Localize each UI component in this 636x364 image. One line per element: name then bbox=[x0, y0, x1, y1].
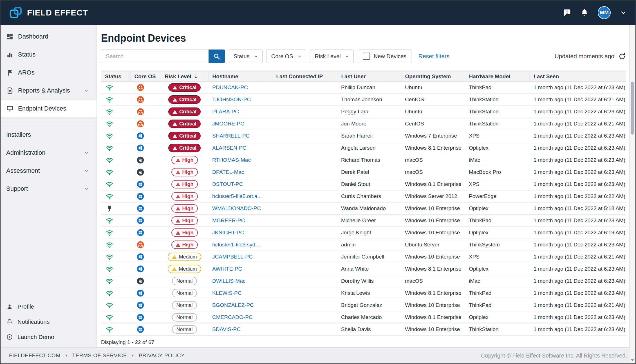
last-connected-ip-cell bbox=[272, 82, 337, 94]
sidebar-item-status[interactable]: Status bbox=[1, 46, 97, 64]
footer-link-terms-of-service[interactable]: TERMS OF SERVICE bbox=[72, 352, 127, 359]
wifi-status-icon bbox=[106, 108, 128, 116]
hostname-link[interactable]: BGONZALEZ-PC bbox=[212, 302, 254, 308]
risk-badge-critical: Critical bbox=[168, 83, 201, 92]
sidebar-secondary-nav: InstallersAdministrationAssessmentSuppor… bbox=[1, 126, 97, 198]
footer-link-fieldeffect-com[interactable]: FIELDEFFECT.COM bbox=[9, 352, 61, 359]
hostname-link[interactable]: hcluster1-file3.syd.... bbox=[212, 242, 261, 248]
hostname-link[interactable]: SDAVIS-PC bbox=[212, 326, 241, 332]
filter-dropdown-core-os[interactable]: Core OS bbox=[267, 50, 306, 63]
risk-badge-normal: Normal bbox=[172, 277, 197, 285]
column-header-hostname[interactable]: Hostname bbox=[208, 71, 272, 82]
hostname-link[interactable]: KLEWIS-PC bbox=[212, 290, 242, 296]
last-connected-ip-cell bbox=[272, 251, 337, 263]
hostname-link[interactable]: SHARRELL-PC bbox=[212, 133, 250, 139]
sidebar-item-notifications[interactable]: Notifications bbox=[1, 314, 97, 329]
hostname-link[interactable]: MGREER-PC bbox=[212, 217, 245, 223]
last-seen-cell: 1 month ago (11 Dec 2022 at 6:19 AM) bbox=[530, 227, 626, 239]
footer-link-privacy-policy[interactable]: PRIVACY POLICY bbox=[139, 352, 185, 359]
brand[interactable]: FIELD EFFECT bbox=[9, 6, 88, 20]
os-windows-icon bbox=[136, 217, 158, 224]
filter-dropdown-status[interactable]: Status bbox=[229, 50, 263, 63]
filter-dropdown-risk-level[interactable]: Risk Level bbox=[310, 50, 354, 63]
scrollbar-thumb[interactable] bbox=[631, 82, 634, 134]
column-header-hardware-model[interactable]: Hardware Model bbox=[465, 71, 530, 82]
hostname-link[interactable]: JCAMPBELL-PC bbox=[212, 254, 253, 260]
hostname-link[interactable]: PLARA-PC bbox=[212, 109, 239, 114]
sidebar-item-launch-demo[interactable]: Launch Demo bbox=[1, 329, 97, 345]
last-user-cell: Wanda Maldonado bbox=[337, 203, 401, 215]
last-user-cell: Krista Lewis bbox=[337, 287, 401, 299]
os-windows-icon bbox=[136, 265, 158, 273]
column-header-operating-system[interactable]: Operating System bbox=[401, 71, 465, 82]
sidebar-item-reports-analysis[interactable]: Reports & Analysis bbox=[1, 82, 97, 100]
sort-desc-icon bbox=[193, 74, 198, 79]
avatar[interactable]: MM bbox=[598, 6, 611, 19]
hardware-model-cell: XPS bbox=[465, 251, 530, 263]
chevron-down-icon bbox=[84, 88, 89, 93]
column-header-last-seen[interactable]: Last Seen bbox=[530, 71, 626, 82]
chevron-down-icon[interactable] bbox=[620, 9, 627, 16]
search-input[interactable] bbox=[101, 50, 209, 63]
scrollbar[interactable] bbox=[629, 25, 635, 363]
sidebar-item-label: Assessment bbox=[6, 167, 79, 174]
reset-filters-link[interactable]: Reset filters bbox=[418, 53, 449, 60]
last-connected-ip-cell bbox=[272, 190, 337, 203]
operating-system-cell: Windows 10 Enterprise bbox=[401, 227, 465, 239]
sidebar-item-administration[interactable]: Administration bbox=[1, 144, 97, 162]
search-button[interactable] bbox=[209, 50, 225, 63]
hostname-link[interactable]: JMOORE-PC bbox=[212, 121, 244, 127]
table-row: NormalKLEWIS-PCKrista LewisWindows 8.1 E… bbox=[101, 287, 626, 299]
column-header-status[interactable]: Status bbox=[101, 71, 130, 82]
column-header-last-connected-ip[interactable]: Last Connected IP bbox=[272, 71, 337, 82]
main-content: Endpoint Devices StatusCore OSRisk Level… bbox=[97, 25, 635, 347]
last-user-cell: Dorothy Willis bbox=[337, 275, 401, 287]
sidebar-item-endpoint-devices[interactable]: Endpoint Devices bbox=[1, 100, 97, 118]
hardware-model-cell: Optiplex bbox=[465, 227, 530, 239]
last-seen-cell: 1 month ago (11 Dec 2022 at 6:23 AM) bbox=[530, 154, 626, 166]
hostname-link[interactable]: DWILLIS-Mac bbox=[212, 278, 245, 284]
last-connected-ip-cell bbox=[272, 118, 337, 130]
sidebar-item-support[interactable]: Support bbox=[1, 180, 97, 198]
alert-bubble-icon[interactable] bbox=[563, 8, 571, 17]
hardware-model-cell: ThinkPad bbox=[465, 82, 530, 94]
new-devices-checkbox[interactable] bbox=[363, 53, 370, 60]
operating-system-cell: Windows 8.1 Enterprise bbox=[401, 311, 465, 323]
os-windows-icon bbox=[136, 325, 158, 333]
column-header-last-user[interactable]: Last User bbox=[337, 71, 401, 82]
hostname-link[interactable]: AWHITE-PC bbox=[212, 266, 242, 272]
hostname-link[interactable]: JKNIGHT-PC bbox=[212, 230, 244, 235]
hostname-link[interactable]: RTHOMAS-Mac bbox=[212, 157, 251, 163]
risk-badge-critical: Critical bbox=[168, 107, 201, 116]
hostname-link[interactable]: WMALDONADO-PC bbox=[212, 205, 261, 211]
table-row: HighDSTOUT-PCDaniel StoutWindows 8.1 Ent… bbox=[101, 178, 626, 190]
column-header-core-os[interactable]: Core OS bbox=[130, 71, 161, 82]
hostname-link[interactable]: TJOHNSON-PC bbox=[212, 96, 251, 102]
sidebar-item-aros[interactable]: AROs bbox=[1, 64, 97, 82]
hostname-link[interactable]: DSTOUT-PC bbox=[212, 181, 243, 187]
scrollbar-arrow-down-icon[interactable] bbox=[631, 359, 634, 361]
last-connected-ip-cell bbox=[272, 106, 337, 118]
sidebar-item-dashboard[interactable]: Dashboard bbox=[1, 28, 97, 46]
operating-system-cell: Windows 8.1 Enterprise bbox=[401, 142, 465, 154]
hostname-link[interactable]: PDUNCAN-PC bbox=[212, 84, 248, 90]
dropdown-label: Risk Level bbox=[315, 53, 341, 60]
column-header-risk-level[interactable]: Risk Level bbox=[161, 71, 208, 82]
last-user-cell: Jorge Knight bbox=[337, 227, 401, 239]
last-connected-ip-cell bbox=[272, 203, 337, 215]
search-icon bbox=[213, 53, 220, 60]
hostname-link[interactable]: DPATEL-Mac bbox=[212, 169, 244, 175]
sidebar-item-profile[interactable]: Profile bbox=[1, 299, 97, 314]
new-devices-filter[interactable]: New Devices bbox=[358, 50, 412, 63]
sidebar-item-label: Notifications bbox=[17, 318, 89, 325]
bell-icon[interactable] bbox=[580, 8, 589, 17]
refresh-icon[interactable] bbox=[618, 53, 626, 60]
table-row: Highhcluster1-file3.syd....adminUbuntu S… bbox=[101, 239, 626, 251]
hostname-link[interactable]: CMERCADO-PC bbox=[212, 314, 253, 320]
sidebar-item-assessment[interactable]: Assessment bbox=[1, 162, 97, 180]
hostname-link[interactable]: hcluster5-file5.ott.a... bbox=[212, 193, 262, 199]
last-connected-ip-cell bbox=[272, 287, 337, 299]
hostname-link[interactable]: ALARSEN-PC bbox=[212, 145, 246, 151]
sidebar-item-installers[interactable]: Installers bbox=[1, 126, 97, 144]
risk-badge-critical: Critical bbox=[168, 95, 201, 104]
